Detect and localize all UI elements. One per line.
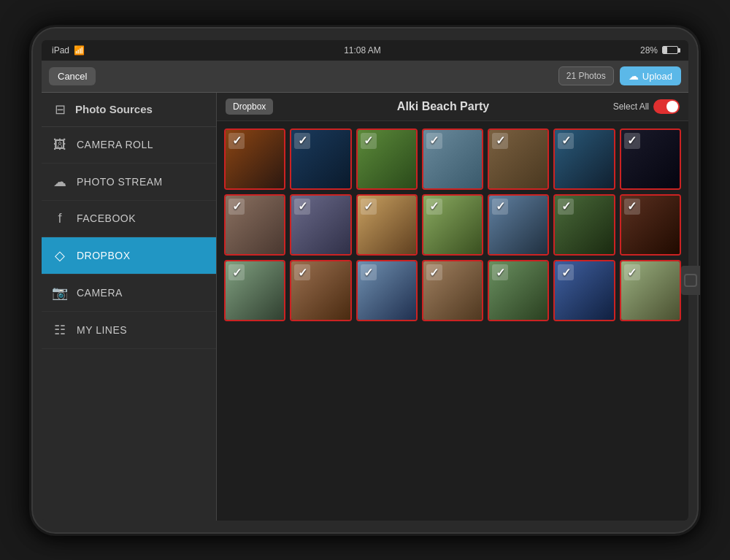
facebook-label: FACEBOOK bbox=[77, 212, 136, 224]
camera-icon: 📷 bbox=[52, 285, 68, 301]
album-title: Alki Beach Party bbox=[280, 100, 605, 113]
sidebar-header: ⊟ Photo Sources bbox=[42, 93, 216, 127]
dropbox-label: DROPBOX bbox=[77, 250, 131, 261]
sidebar-item-photo-stream[interactable]: ☁ PHOTO STREAM bbox=[42, 164, 216, 201]
battery-icon bbox=[662, 46, 678, 54]
cancel-button[interactable]: Cancel bbox=[49, 67, 96, 85]
dropbox-icon: ◇ bbox=[52, 248, 68, 264]
photo-thumb[interactable]: ✓ bbox=[422, 260, 483, 321]
photo-thumb[interactable]: ✓ bbox=[224, 260, 285, 321]
photo-thumb[interactable]: ✓ bbox=[620, 194, 681, 256]
status-bar: iPad 📶 11:08 AM 28% bbox=[42, 40, 688, 61]
photos-count-button[interactable]: 21 Photos bbox=[558, 66, 614, 85]
battery-fill bbox=[663, 47, 667, 53]
photo-thumb[interactable]: ✓ bbox=[224, 194, 285, 256]
my-lines-icon: ☷ bbox=[52, 322, 68, 338]
upload-label: Upload bbox=[642, 71, 672, 82]
sidebar-item-facebook[interactable]: f FACEBOOK bbox=[42, 201, 216, 237]
sidebar-title: Photo Sources bbox=[75, 103, 153, 115]
sidebar-item-my-lines[interactable]: ☷ MY LINES bbox=[42, 312, 216, 349]
sidebar-item-camera[interactable]: 📷 CAMERA bbox=[42, 275, 216, 312]
camera-roll-icon: 🖼 bbox=[52, 137, 68, 153]
camera-roll-label: CAMERA ROLL bbox=[77, 139, 153, 150]
upload-cloud-icon: ☁ bbox=[629, 70, 639, 82]
photo-thumb[interactable]: ✓ bbox=[620, 129, 681, 190]
photo-grid: ✓ ✓ ✓ ✓ ✓ ✓ ✓ ✓ ✓ ✓ ✓ ✓ ✓ ✓ ✓ ✓ ✓ bbox=[217, 121, 688, 521]
home-button[interactable] bbox=[681, 266, 700, 295]
photo-area-header: Dropbox Alki Beach Party Select All bbox=[217, 93, 688, 121]
photo-thumb[interactable]: ✓ bbox=[488, 194, 549, 256]
photo-thumb[interactable]: ✓ bbox=[422, 129, 483, 190]
source-tag[interactable]: Dropbox bbox=[226, 99, 273, 115]
select-all-toggle[interactable] bbox=[653, 99, 680, 114]
main-content: ⊟ Photo Sources 🖼 CAMERA ROLL ☁ PHOTO ST… bbox=[42, 93, 688, 521]
facebook-icon: f bbox=[52, 211, 68, 226]
upload-button[interactable]: ☁ Upload bbox=[620, 66, 681, 85]
photo-thumb[interactable]: ✓ bbox=[356, 129, 418, 190]
my-lines-label: MY LINES bbox=[77, 324, 127, 336]
photo-thumb[interactable]: ✓ bbox=[224, 129, 285, 190]
sidebar: ⊟ Photo Sources 🖼 CAMERA ROLL ☁ PHOTO ST… bbox=[42, 93, 217, 521]
photo-thumb[interactable]: ✓ bbox=[290, 194, 351, 256]
photo-thumb[interactable]: ✓ bbox=[553, 260, 615, 321]
home-button-inner bbox=[684, 274, 697, 287]
status-left: iPad 📶 bbox=[52, 45, 85, 55]
photo-stream-icon: ☁ bbox=[52, 174, 68, 190]
toolbar-left: Cancel bbox=[49, 67, 96, 85]
photo-thumb[interactable]: ✓ bbox=[422, 194, 483, 256]
photo-thumb[interactable]: ✓ bbox=[290, 260, 351, 321]
wifi-icon: 📶 bbox=[74, 45, 85, 55]
photo-thumb[interactable]: ✓ bbox=[488, 260, 549, 321]
photo-thumb[interactable]: ✓ bbox=[356, 194, 418, 256]
select-all-area: Select All bbox=[613, 99, 680, 114]
photo-thumb[interactable]: ✓ bbox=[488, 129, 549, 190]
ipad-screen: iPad 📶 11:08 AM 28% Cancel 21 Photos ☁ U… bbox=[42, 40, 688, 521]
sidebar-item-camera-roll[interactable]: 🖼 CAMERA ROLL bbox=[42, 127, 216, 164]
toolbar-right: 21 Photos ☁ Upload bbox=[558, 66, 681, 85]
photo-area: Dropbox Alki Beach Party Select All ✓ ✓ … bbox=[217, 93, 688, 521]
photo-thumb[interactable]: ✓ bbox=[553, 129, 615, 190]
device-model: iPad bbox=[52, 45, 69, 55]
photo-stream-label: PHOTO STREAM bbox=[77, 176, 163, 188]
status-right: 28% bbox=[640, 45, 678, 55]
grid-icon: ⊟ bbox=[52, 101, 68, 118]
toolbar: Cancel 21 Photos ☁ Upload bbox=[42, 61, 688, 93]
sidebar-item-dropbox[interactable]: ◇ DROPBOX bbox=[42, 237, 216, 275]
photo-thumb[interactable]: ✓ bbox=[620, 260, 681, 321]
current-time: 11:08 AM bbox=[344, 45, 381, 55]
photo-thumb[interactable]: ✓ bbox=[553, 194, 615, 256]
ipad-frame: iPad 📶 11:08 AM 28% Cancel 21 Photos ☁ U… bbox=[29, 25, 701, 536]
select-all-label: Select All bbox=[613, 101, 649, 112]
battery-percent: 28% bbox=[640, 45, 658, 55]
photo-thumb[interactable]: ✓ bbox=[290, 129, 351, 190]
camera-label: CAMERA bbox=[77, 287, 123, 299]
photo-thumb[interactable]: ✓ bbox=[356, 260, 418, 321]
